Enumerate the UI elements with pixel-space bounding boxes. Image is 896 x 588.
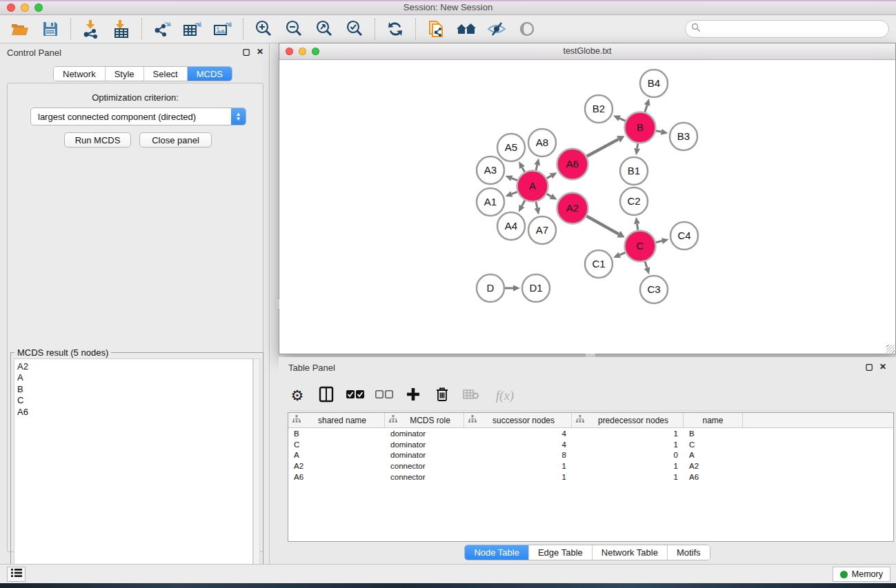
zoom-out-button[interactable] <box>283 19 304 39</box>
node-C3[interactable]: C3 <box>640 276 668 303</box>
zoom-fit-button[interactable] <box>314 19 335 39</box>
save-session-button[interactable] <box>40 19 61 39</box>
table-cell[interactable]: A6 <box>288 473 385 481</box>
network-canvas[interactable]: B4B2BB3A5A8A6A3B1AA1C2A2A4A7C4CC1DD1C3 <box>279 60 895 354</box>
close-table-panel-icon[interactable]: ✕ <box>879 362 886 372</box>
close-panel-button[interactable]: Close panel <box>139 132 212 148</box>
column-header-successor-nodes[interactable]: successor nodes <box>464 413 572 427</box>
mcds-result-item[interactable]: A6 <box>17 407 252 418</box>
add-column-button[interactable] <box>404 387 422 405</box>
edge-B-B3[interactable] <box>656 131 661 132</box>
refresh-view-button[interactable] <box>385 19 406 39</box>
network-graph[interactable]: B4B2BB3A5A8A6A3B1AA1C2A2A4A7C4CC1DD1C3 <box>279 60 895 354</box>
table-settings-button[interactable]: ⚙ <box>288 387 306 405</box>
tab-network-table[interactable]: Network Table <box>593 545 668 560</box>
mcds-result-item[interactable]: C <box>17 395 252 406</box>
table-cell[interactable]: dominator <box>385 440 464 449</box>
edge-A-A5[interactable] <box>522 168 525 172</box>
import-network-button[interactable] <box>81 19 101 39</box>
table-cell[interactable]: A2 <box>684 462 743 470</box>
float-table-panel-icon[interactable]: ▢ <box>866 362 873 372</box>
edge-A-A4[interactable] <box>522 201 525 206</box>
import-table-button[interactable] <box>111 19 132 39</box>
edge-A-A8[interactable] <box>536 165 537 170</box>
search-input[interactable] <box>701 22 888 36</box>
open-session-button[interactable] <box>10 19 30 39</box>
tab-motifs[interactable]: Motifs <box>668 545 710 560</box>
table-cell[interactable]: 1 <box>572 462 684 470</box>
node-A2[interactable]: A2 <box>557 193 588 224</box>
table-cell[interactable]: connector <box>385 462 464 470</box>
canvas-left-scrollnub[interactable] <box>276 299 279 309</box>
node-A6[interactable]: A6 <box>557 149 588 180</box>
table-cell[interactable]: A <box>684 451 743 459</box>
node-B2[interactable]: B2 <box>585 95 613 123</box>
node-A1[interactable]: A1 <box>477 188 504 216</box>
mcds-result-item[interactable]: A <box>17 372 252 383</box>
layout-home-button[interactable] <box>456 19 477 39</box>
hide-panel-button[interactable] <box>486 19 507 39</box>
export-table-button[interactable] <box>182 19 203 39</box>
table-row[interactable]: A6connector11A6 <box>288 472 893 483</box>
edge-B-B1[interactable] <box>637 143 638 148</box>
node-B[interactable]: B <box>625 112 656 143</box>
edge-A-A3[interactable] <box>512 179 517 181</box>
table-cell[interactable]: B <box>288 429 385 438</box>
node-table[interactable]: shared nameMCDS rolesuccessor nodesprede… <box>288 412 894 542</box>
node-C4[interactable]: C4 <box>670 222 698 250</box>
table-body[interactable]: Bdominator41BCdominator41CAdominator80AA… <box>288 428 893 483</box>
edge-C-C1[interactable] <box>619 252 625 255</box>
delete-table-button[interactable] <box>462 387 480 405</box>
table-cell[interactable]: C <box>288 440 385 449</box>
export-image-button[interactable] <box>212 19 233 39</box>
select-all-button[interactable] <box>346 387 364 405</box>
node-B1[interactable]: B1 <box>620 157 648 185</box>
column-header-name[interactable]: name <box>684 413 743 427</box>
column-header-shared-name[interactable]: shared name <box>288 413 385 427</box>
table-row[interactable]: Adominator80A <box>288 450 893 461</box>
table-cell[interactable]: dominator <box>385 451 464 459</box>
node-A4[interactable]: A4 <box>497 212 525 240</box>
column-layout-button[interactable] <box>317 387 335 405</box>
close-panel-icon[interactable]: ✕ <box>257 47 263 57</box>
mcds-result-item[interactable]: A2 <box>17 361 252 372</box>
search-field[interactable] <box>685 20 889 38</box>
table-cell[interactable]: 1 <box>572 473 684 481</box>
column-header-MCDS-role[interactable]: MCDS role <box>385 413 464 427</box>
column-header-predecessor-nodes[interactable]: predecessor nodes <box>572 413 684 427</box>
tab-mcds[interactable]: MCDS <box>188 67 232 81</box>
node-D1[interactable]: D1 <box>522 274 550 302</box>
table-cell[interactable]: A <box>288 451 385 459</box>
node-A8[interactable]: A8 <box>528 129 556 156</box>
table-cell[interactable]: 4 <box>464 429 572 438</box>
table-cell[interactable]: 0 <box>572 451 684 459</box>
show-panel-button[interactable] <box>517 19 537 39</box>
mcds-result-list[interactable]: A2ABCA6 <box>14 358 253 588</box>
table-cell[interactable]: dominator <box>385 429 464 438</box>
tab-edge-table[interactable]: Edge Table <box>529 545 593 560</box>
edge-B-B4[interactable] <box>645 105 647 112</box>
node-D[interactable]: D <box>477 274 504 302</box>
table-cell[interactable]: A6 <box>684 473 743 481</box>
node-B3[interactable]: B3 <box>670 123 697 150</box>
window-resize-grip[interactable] <box>886 345 895 353</box>
edge-A2-C[interactable] <box>586 216 619 234</box>
table-cell[interactable]: C <box>684 440 743 449</box>
table-cell[interactable]: 1 <box>572 440 684 449</box>
zoom-in-button[interactable] <box>253 19 274 39</box>
tab-node-table[interactable]: Node Table <box>465 545 529 560</box>
float-panel-icon[interactable]: ▢ <box>243 47 250 57</box>
table-cell[interactable]: 1 <box>464 462 572 470</box>
node-C1[interactable]: C1 <box>585 250 613 278</box>
node-A5[interactable]: A5 <box>497 134 525 161</box>
table-cell[interactable]: 1 <box>464 473 572 481</box>
table-row[interactable]: A2connector11A2 <box>288 460 893 472</box>
clone-network-button[interactable] <box>426 19 446 39</box>
node-A3[interactable]: A3 <box>477 156 504 184</box>
table-row[interactable]: Cdominator41C <box>288 439 893 450</box>
edge-A-A6[interactable] <box>547 176 551 178</box>
tab-network[interactable]: Network <box>54 67 106 81</box>
result-scrollbar[interactable] <box>253 358 260 588</box>
tab-select[interactable]: Select <box>144 67 188 81</box>
task-history-button[interactable] <box>7 567 26 582</box>
